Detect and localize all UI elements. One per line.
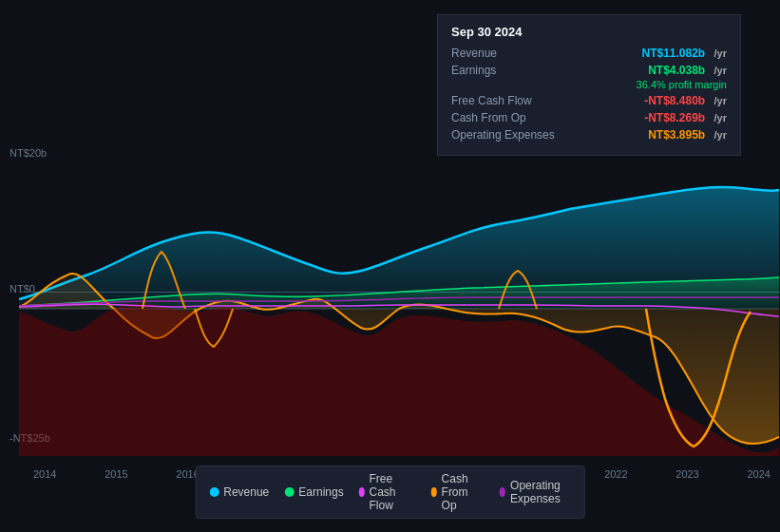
earnings-label: Earnings [451, 64, 556, 77]
date-header: Sep 30 2024 [451, 25, 727, 39]
free-cash-flow-label: Free Cash Flow [451, 94, 556, 107]
legend-cash-from-op[interactable]: Cash From Op [431, 472, 485, 512]
x-label-2014: 2014 [33, 468, 56, 480]
earnings-row: Earnings NT$4.038b /yr [451, 64, 727, 77]
x-label-2024: 2024 [747, 468, 770, 480]
operating-expenses-value: NT$3.895b /yr [648, 128, 727, 142]
cash-from-op-row: Cash From Op -NT$8.269b /yr [451, 111, 727, 124]
x-label-2015: 2015 [105, 468, 127, 480]
revenue-label: Revenue [451, 47, 556, 60]
free-cash-flow-row: Free Cash Flow -NT$8.480b /yr [451, 94, 727, 107]
free-cash-flow-legend-label: Free Cash Flow [369, 472, 415, 512]
info-panel: Sep 30 2024 Revenue NT$11.082b /yr Earni… [437, 14, 741, 156]
free-cash-flow-dot [359, 487, 365, 497]
free-cash-flow-value: -NT$8.480b /yr [644, 94, 727, 107]
cash-from-op-value: -NT$8.269b /yr [644, 111, 727, 124]
operating-expenses-label: Operating Expenses [451, 128, 556, 142]
earnings-legend-label: Earnings [298, 485, 343, 499]
y-label-top: NT$20b [10, 147, 47, 159]
legend: Revenue Earnings Free Cash Flow Cash Fro… [195, 466, 585, 519]
revenue-row: Revenue NT$11.082b /yr [451, 47, 727, 60]
legend-revenue[interactable]: Revenue [209, 472, 269, 512]
operating-expenses-dot [500, 487, 505, 497]
legend-earnings[interactable]: Earnings [284, 472, 343, 512]
earnings-value: NT$4.038b /yr [648, 64, 727, 77]
revenue-value: NT$11.082b /yr [641, 47, 727, 60]
operating-expenses-legend-label: Operating Expenses [510, 479, 571, 505]
cash-from-op-legend-label: Cash From Op [442, 472, 485, 512]
earnings-dot [284, 487, 294, 497]
legend-free-cash-flow[interactable]: Free Cash Flow [359, 472, 416, 512]
revenue-dot [209, 487, 219, 497]
cash-from-op-dot [431, 487, 437, 497]
x-label-2023: 2023 [675, 468, 698, 480]
revenue-legend-label: Revenue [223, 485, 269, 499]
operating-expenses-row: Operating Expenses NT$3.895b /yr [451, 128, 727, 142]
cash-from-op-label: Cash From Op [451, 111, 556, 124]
main-chart [19, 162, 779, 456]
profit-margin: 36.4% profit margin [451, 79, 727, 90]
legend-operating-expenses[interactable]: Operating Expenses [500, 472, 571, 512]
x-label-2022: 2022 [604, 468, 627, 480]
